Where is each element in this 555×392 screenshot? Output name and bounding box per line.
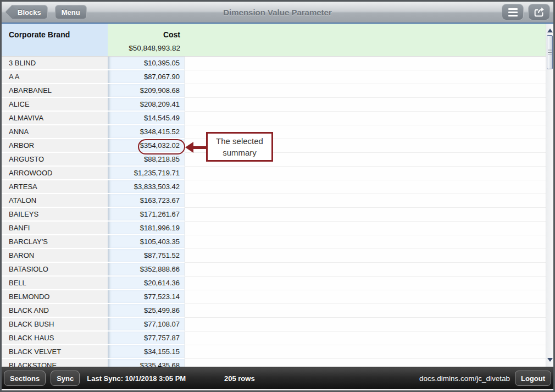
row-filler: [185, 345, 546, 359]
cost-cell: $14,545.49: [108, 112, 185, 125]
table-row[interactable]: ALICE $208,209.41: [2, 98, 546, 112]
brand-cell: ABARBANEL: [2, 84, 108, 98]
table-row[interactable]: BELMONDO $77,523.14: [2, 290, 546, 304]
brand-cell: ATALON: [2, 194, 108, 208]
row-filler: [185, 222, 546, 235]
row-filler: [185, 180, 546, 194]
cost-cell: $209,908.68: [108, 84, 185, 98]
table-row[interactable]: ARBOR $354,032.02: [2, 139, 546, 153]
brand-cell: BLACK BUSH: [2, 318, 108, 332]
cost-cell: $335,435.68: [108, 359, 185, 367]
annotation-callout-box: The selected summary: [206, 132, 273, 162]
table-row[interactable]: ATALON $163,723.67: [2, 194, 546, 208]
row-filler: [185, 235, 546, 249]
table-body: 3 BLIND $10,395.05 A A $87,067.90 ABARBA…: [2, 57, 546, 367]
table-row[interactable]: ARTESA $3,833,503.42: [2, 180, 546, 194]
header-filler: [185, 24, 546, 56]
brand-cell: BARCLAY'S: [2, 235, 108, 249]
brand-cell: ARGUSTO: [2, 153, 108, 167]
cost-cell: $348,415.52: [108, 125, 185, 139]
share-button[interactable]: [528, 4, 550, 20]
logout-button-label: Logout: [521, 374, 545, 383]
brand-cell: 3 BLIND: [2, 57, 108, 70]
column-header-cost[interactable]: Cost $50,848,993.82: [108, 24, 185, 56]
row-filler: [185, 112, 546, 125]
table-row[interactable]: ALMAVIVA $14,545.49: [2, 112, 546, 125]
cost-cell: $208,209.41: [108, 98, 185, 112]
brand-cell: BANFI: [2, 222, 108, 235]
brand-cell: A A: [2, 70, 108, 84]
brand-cell: BELL: [2, 277, 108, 290]
brand-cell: ARROWOOD: [2, 167, 108, 180]
server-address: docs.dimins.com/jc_divetab: [419, 374, 510, 383]
cost-total-summary[interactable]: $50,848,993.82: [129, 44, 180, 52]
column-header-corporate-brand[interactable]: Corporate Brand: [2, 24, 108, 56]
row-filler: [185, 332, 546, 345]
sync-button-label: Sync: [57, 374, 74, 383]
annotation-text-line2: summary: [208, 147, 271, 158]
bottom-toolbar: Sections Sync Last Sync: 10/1/2018 3:05 …: [2, 367, 553, 389]
table-row[interactable]: ANNA $348,415.52: [2, 125, 546, 139]
menu-button-label: Menu: [62, 8, 80, 16]
table-row[interactable]: A A $87,067.90: [2, 70, 546, 84]
cost-cell: $1,235,719.71: [108, 167, 185, 180]
last-sync-status: Last Sync: 10/1/2018 3:05 PM: [87, 374, 186, 383]
row-filler: [185, 167, 546, 180]
brand-cell: ARBOR: [2, 139, 108, 153]
table-row[interactable]: BARON $87,751.52: [2, 249, 546, 263]
table-row[interactable]: BARCLAY'S $105,403.35: [2, 235, 546, 249]
scrollbar-thumb[interactable]: [547, 35, 553, 69]
cost-cell: $354,032.02: [108, 139, 185, 153]
cost-cell: $87,751.52: [108, 249, 185, 263]
brand-cell: BAILEYS: [2, 208, 108, 222]
row-filler: [185, 70, 546, 84]
brand-cell: BARON: [2, 249, 108, 263]
hamburger-menu-button[interactable]: [502, 4, 524, 20]
table-row[interactable]: BLACK VELVET $34,155.15: [2, 345, 546, 359]
blocks-button-label: Blocks: [18, 8, 41, 16]
vertical-scrollbar[interactable]: [546, 24, 553, 367]
table-row[interactable]: BATASIOLO $352,888.66: [2, 263, 546, 277]
logout-button[interactable]: Logout: [515, 371, 551, 386]
cost-cell: $10,395.05: [108, 57, 185, 70]
divetab-window: Blocks Menu Dimension Value Parameter Co…: [0, 0, 555, 392]
row-filler: [185, 290, 546, 304]
menu-button[interactable]: Menu: [55, 5, 87, 19]
brand-cell: BLACKSTONE: [2, 359, 108, 367]
cost-cell: $171,261.67: [108, 208, 185, 222]
cost-cell: $3,833,503.42: [108, 180, 185, 194]
share-arrow-icon: [533, 6, 545, 18]
table-row[interactable]: 3 BLIND $10,395.05: [2, 57, 546, 70]
table-row[interactable]: BLACK HAUS $77,757.87: [2, 332, 546, 345]
table-row[interactable]: BLACK BUSH $77,108.07: [2, 318, 546, 332]
hamburger-icon: [508, 8, 518, 16]
row-filler: [185, 208, 546, 222]
table-row[interactable]: BELL $20,614.36: [2, 277, 546, 290]
brand-cell: BELMONDO: [2, 290, 108, 304]
cost-cell: $88,218.85: [108, 153, 185, 167]
table-row[interactable]: BLACKSTONE $335,435.68: [2, 359, 546, 367]
table-row[interactable]: BANFI $181,996.19: [2, 222, 546, 235]
row-filler: [185, 359, 546, 367]
sections-button[interactable]: Sections: [4, 371, 46, 386]
table-row[interactable]: ABARBANEL $209,908.68: [2, 84, 546, 98]
cost-label: Cost: [163, 30, 180, 39]
cost-cell: $77,108.07: [108, 318, 185, 332]
blocks-button[interactable]: Blocks: [11, 5, 48, 19]
brand-cell: ANNA: [2, 125, 108, 139]
table-row[interactable]: BAILEYS $171,261.67: [2, 208, 546, 222]
sync-button[interactable]: Sync: [51, 371, 80, 386]
cost-cell: $87,067.90: [108, 70, 185, 84]
scroll-up-arrow-icon[interactable]: [547, 29, 553, 32]
brand-cell: ALICE: [2, 98, 108, 112]
scroll-down-arrow-icon[interactable]: [547, 358, 553, 362]
data-table: Corporate Brand Cost $50,848,993.82 3 BL…: [2, 24, 546, 367]
brand-cell: ALMAVIVA: [2, 112, 108, 125]
brand-cell: ARTESA: [2, 180, 108, 194]
table-row[interactable]: ARGUSTO $88,218.85: [2, 153, 546, 167]
row-filler: [185, 263, 546, 277]
annotation-text-line1: The selected: [208, 135, 271, 147]
table-row[interactable]: BLACK AND $25,499.86: [2, 304, 546, 318]
table-row[interactable]: ARROWOOD $1,235,719.71: [2, 167, 546, 180]
row-filler: [185, 98, 546, 112]
